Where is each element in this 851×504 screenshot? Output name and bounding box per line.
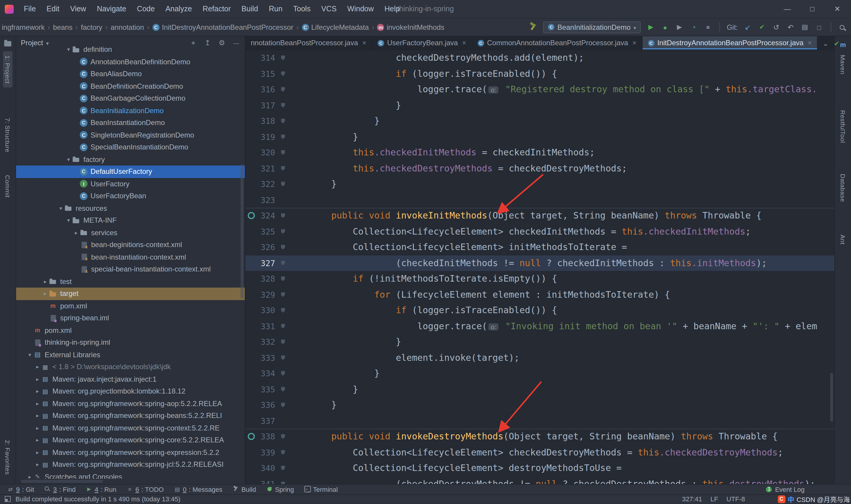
tree-chevron-icon[interactable] — [34, 401, 41, 407]
menu-edit[interactable]: Edit — [41, 0, 65, 18]
tree-chevron-icon[interactable] — [34, 376, 41, 382]
tree-chevron-icon[interactable] — [34, 462, 41, 468]
tree-chevron-icon[interactable] — [65, 218, 72, 223]
breadcrumb-item-ingframework[interactable]: ingframework — [1, 23, 45, 31]
menu-analyze[interactable]: Analyze — [160, 0, 197, 18]
close-icon[interactable] — [461, 39, 466, 47]
tool-button-todo[interactable]: 6: TODO — [127, 486, 164, 493]
project-tool-icon[interactable] — [4, 41, 11, 47]
tree-item-factory[interactable]: factory — [16, 153, 245, 165]
debug-icon[interactable] — [660, 22, 670, 32]
tab-commonannotationbeanpostprocessor-java[interactable]: CommonAnnotationBeanPostProcessor.java — [472, 36, 642, 50]
tree-item-pom-xml[interactable]: pom.xml — [16, 324, 245, 337]
close-icon[interactable] — [833, 5, 841, 13]
caret-position[interactable]: 327:41 — [682, 496, 702, 503]
code-line-330[interactable]: 330 if (logger.isTraceEnabled()) { — [246, 303, 834, 318]
fold-marker-icon[interactable] — [277, 450, 288, 455]
editor-scrollbar[interactable] — [830, 373, 833, 421]
tree-chevron-icon[interactable] — [42, 291, 49, 297]
tree-item-target[interactable]: target — [16, 288, 245, 300]
tree-item-userfactory[interactable]: UserFactory — [16, 178, 245, 190]
fold-marker-icon[interactable] — [277, 261, 288, 266]
code-line-326[interactable]: 326 Collection<LifecycleElement> initMet… — [246, 239, 834, 255]
tool-stripe-maven[interactable]: Maven — [838, 51, 848, 78]
event-log-button[interactable]: 1Event Log — [766, 486, 804, 493]
fold-marker-icon[interactable] — [277, 292, 288, 297]
menu-run[interactable]: Run — [264, 0, 288, 18]
tree-item-beanaliasdemo[interactable]: BeanAliasDemo — [16, 68, 245, 80]
tree-item-thinking-in-spring-iml[interactable]: thinking-in-spring.iml — [16, 337, 245, 348]
tree-item-services[interactable]: services — [16, 227, 245, 239]
tree-item-special-bean-instantiation-context-xml[interactable]: special-bean-instantiation-context.xml — [16, 263, 245, 275]
breadcrumb-item-invokeinitmethods[interactable]: invokeInitMethods — [377, 23, 445, 31]
code-line-336[interactable]: 336 } — [246, 397, 834, 413]
breadcrumb-item-beans[interactable]: beans — [52, 23, 73, 31]
tool-stripe-2-favorites[interactable]: 2: Favorites — [3, 436, 13, 479]
breadcrumb-item-initdestroyannotationbeanpostprocessor[interactable]: InitDestroyAnnotationBeanPostProcessor — [152, 23, 294, 31]
tool-window-switcher-icon[interactable] — [5, 496, 11, 502]
tool-button-run[interactable]: 4: Run — [86, 486, 116, 493]
project-horizontal-scrollbar[interactable] — [21, 480, 103, 483]
breadcrumb-item-lifecyclemetadata[interactable]: LifecycleMetadata — [301, 23, 369, 31]
fold-marker-icon[interactable] — [277, 229, 288, 234]
code-line-322[interactable]: 322 } — [246, 176, 834, 192]
tree-item-resources[interactable]: resources — [16, 202, 245, 214]
code-line-321[interactable]: 321 this.checkedDestroyMethods = checked… — [246, 160, 834, 176]
tool-button-messages[interactable]: 0: Messages — [174, 486, 222, 493]
menu-file[interactable]: File — [18, 0, 41, 18]
fold-marker-icon[interactable] — [277, 213, 288, 218]
fold-marker-icon[interactable] — [277, 434, 288, 439]
fold-marker-icon[interactable] — [277, 182, 288, 187]
minimize-icon[interactable] — [783, 5, 792, 13]
code-line-314[interactable]: 314 checkedDestroyMethods.add(element); — [246, 50, 834, 66]
tree-item-singletonbeanregistrationdemo[interactable]: SingletonBeanRegistrationDemo — [16, 129, 245, 141]
tree-item-spring-bean-iml[interactable]: spring-bean.iml — [16, 312, 245, 324]
menu-refactor[interactable]: Refactor — [197, 0, 236, 18]
rollback-icon[interactable] — [785, 22, 796, 32]
tree-item-bean-instantiation-context-xml[interactable]: bean-instantiation-context.xml — [16, 251, 245, 263]
menu-vcs[interactable]: VCS — [316, 0, 342, 18]
menu-view[interactable]: View — [65, 0, 91, 18]
menu-navigate[interactable]: Navigate — [91, 0, 132, 18]
tree-item-annotationbeandefinitiondemo[interactable]: AnnotationBeanDefinitionDemo — [16, 56, 245, 68]
code-line-339[interactable]: 339 Collection<LifecycleElement> checked… — [246, 445, 834, 460]
method-marker-icon[interactable] — [247, 433, 256, 440]
build-hammer-icon[interactable] — [528, 22, 538, 32]
tree-chevron-icon[interactable] — [34, 364, 41, 370]
inspections-ok-icon[interactable] — [834, 37, 839, 48]
tool-stripe-restfultool[interactable]: RestfulTool — [838, 106, 848, 147]
line-ending[interactable]: LF — [710, 496, 718, 503]
compare-icon[interactable] — [814, 22, 824, 32]
shelf-icon[interactable] — [800, 22, 810, 32]
tool-stripe-7-structure[interactable]: 7: Structure — [3, 114, 13, 157]
fold-marker-icon[interactable] — [277, 150, 288, 155]
tree-item-maven-org-springframework-spring-jcl-5-2-2-releasi[interactable]: Maven: org.springframework:spring-jcl:5.… — [16, 458, 245, 471]
tree-item-scratches-and-consoles[interactable]: Scratches and Consoles — [16, 471, 245, 479]
tree-item-specialbeaninstantiationdemo[interactable]: SpecialBeanInstantiationDemo — [16, 141, 245, 153]
tree-item-beaninstantiationdemo[interactable]: BeanInstantiationDemo — [16, 117, 245, 129]
menu-code[interactable]: Code — [132, 0, 160, 18]
fold-marker-icon[interactable] — [277, 134, 288, 139]
fold-marker-icon[interactable] — [277, 324, 288, 329]
tree-item-beandefinitioncreationdemo[interactable]: BeanDefinitionCreationDemo — [16, 80, 245, 92]
tree-item-beangarbagecollectiondemo[interactable]: BeanGarbageCollectionDemo — [16, 92, 245, 105]
tree-chevron-icon[interactable] — [34, 389, 41, 394]
tree-chevron-icon[interactable] — [26, 474, 33, 479]
fold-marker-icon[interactable] — [277, 466, 288, 471]
tree-item-bean-deginitions-context-xml[interactable]: bean-deginitions-context.xml — [16, 239, 245, 251]
tab-initdestroyannotationbeanpostprocessor-java[interactable]: InitDestroyAnnotationBeanPostProcessor.j… — [642, 36, 818, 50]
code-line-341[interactable]: 341 (checkedDestroyMethods != null ? che… — [246, 476, 834, 484]
fold-marker-icon[interactable] — [277, 71, 288, 76]
code-line-329[interactable]: 329 for (LifecycleElement element : init… — [246, 287, 834, 303]
stop-icon[interactable] — [703, 22, 713, 32]
fold-marker-icon[interactable] — [277, 356, 288, 360]
coverage-icon[interactable] — [674, 22, 685, 32]
search-icon[interactable] — [838, 23, 846, 31]
tree-chevron-icon[interactable] — [57, 205, 64, 211]
fold-marker-icon[interactable] — [277, 482, 288, 484]
menu-window[interactable]: Window — [342, 0, 379, 18]
tree-chevron-icon[interactable] — [65, 47, 72, 53]
code-line-325[interactable]: 325 Collection<LifecycleElement> checked… — [246, 223, 834, 239]
tree-chevron-icon[interactable] — [65, 157, 72, 163]
update-icon[interactable] — [743, 22, 753, 32]
